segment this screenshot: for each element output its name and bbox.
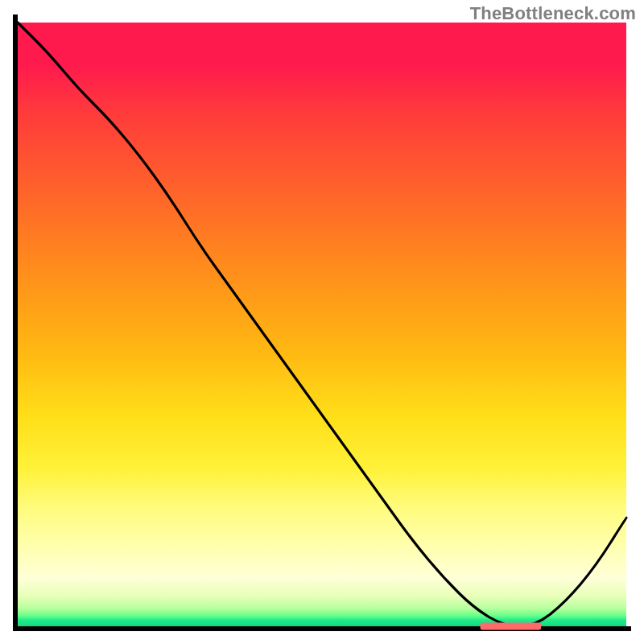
chart-overlay [18, 23, 626, 626]
optimum-marker [481, 623, 542, 630]
bottleneck-curve [18, 23, 626, 626]
attribution-label: TheBottleneck.com [470, 3, 636, 24]
